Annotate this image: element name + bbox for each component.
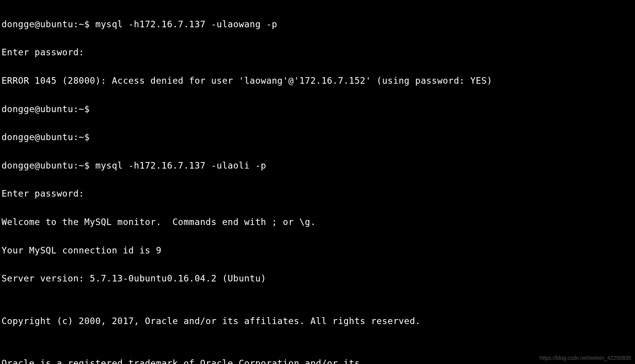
terminal-window[interactable]: dongge@ubuntu:~$ mysql -h172.16.7.137 -u… bbox=[2, 3, 633, 364]
terminal-line: Enter password: bbox=[2, 187, 633, 201]
terminal-line: dongge@ubuntu:~$ mysql -h172.16.7.137 -u… bbox=[2, 159, 633, 173]
terminal-line: Oracle is a registered trademark of Orac… bbox=[2, 356, 633, 364]
watermark-text: https://blog.csdn.net/weixin_42250835 bbox=[540, 354, 631, 362]
terminal-line: Copyright (c) 2000, 2017, Oracle and/or … bbox=[2, 314, 633, 328]
terminal-line: Server version: 5.7.13-0ubuntu0.16.04.2 … bbox=[2, 271, 633, 286]
terminal-line: dongge@ubuntu:~$ mysql -h172.16.7.137 -u… bbox=[2, 17, 633, 31]
terminal-line: Welcome to the MySQL monitor. Commands e… bbox=[2, 215, 633, 229]
terminal-line: Enter password: bbox=[2, 45, 633, 60]
terminal-line: dongge@ubuntu:~$ bbox=[2, 102, 633, 116]
terminal-line: dongge@ubuntu:~$ bbox=[2, 130, 633, 144]
terminal-line: Your MySQL connection id is 9 bbox=[2, 243, 633, 258]
terminal-line: ERROR 1045 (28000): Access denied for us… bbox=[2, 74, 633, 88]
